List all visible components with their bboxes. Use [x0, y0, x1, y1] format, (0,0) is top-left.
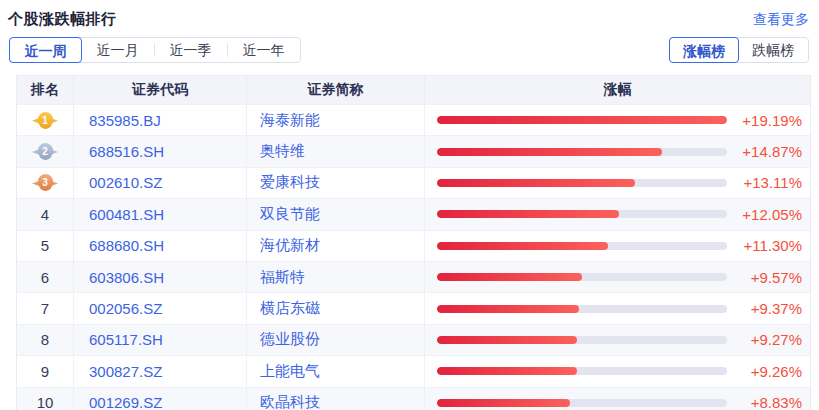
change-bar-fill — [437, 179, 635, 187]
stock-name[interactable]: 欧晶科技 — [247, 388, 425, 410]
bronze-medal-icon: 3 — [31, 173, 59, 192]
column-header-code: 证券代码 — [74, 76, 247, 104]
table-row[interactable]: 8 605117.SH 德业股份 +9.27% — [17, 324, 810, 355]
table-row[interactable]: 4 600481.SH 双良节能 +12.05% — [17, 198, 810, 229]
tab-period-quarter[interactable]: 近一季 — [154, 38, 227, 62]
table-row[interactable]: 2 688516.SH 奥特维 +14.87% — [17, 135, 810, 166]
stock-name[interactable]: 上能电气 — [247, 356, 425, 386]
change-cell: +9.57% — [425, 262, 810, 292]
rank-cell: 6 — [17, 262, 74, 292]
change-value: +12.05% — [742, 206, 802, 223]
filter-bar: 近一周 近一月 近一季 近一年 涨幅榜 跌幅榜 — [9, 37, 809, 63]
change-bar-track — [437, 336, 727, 344]
change-value: +19.19% — [742, 112, 802, 129]
change-bar-track — [437, 242, 727, 250]
change-value: +9.37% — [744, 300, 802, 317]
change-value: +9.57% — [744, 269, 802, 286]
change-cell: +19.19% — [425, 105, 810, 135]
change-bar-fill — [437, 148, 662, 156]
period-tab-group: 近一周 近一月 近一季 近一年 — [9, 37, 301, 63]
table-body: 1 835985.BJ 海泰新能 +19.19% 2 688516.SH 奥特维… — [17, 104, 810, 410]
ranking-table: 排名 证券代码 证券简称 涨幅 1 835985.BJ 海泰新能 +19.19%… — [16, 75, 811, 410]
rank-cell: 4 — [17, 199, 74, 229]
view-more-link[interactable]: 查看更多 — [753, 11, 809, 29]
stock-name[interactable]: 海优新材 — [247, 231, 425, 261]
stock-name[interactable]: 横店东磁 — [247, 293, 425, 323]
stock-name[interactable]: 奥特维 — [247, 136, 425, 166]
change-bar-track — [437, 148, 727, 156]
stock-code[interactable]: 001269.SZ — [74, 388, 247, 410]
change-bar-fill — [437, 305, 579, 313]
rank-cell: 3 — [17, 168, 74, 198]
table-row[interactable]: 6 603806.SH 福斯特 +9.57% — [17, 261, 810, 292]
change-bar-track — [437, 399, 727, 407]
change-cell: +14.87% — [425, 136, 810, 166]
change-cell: +9.26% — [425, 356, 810, 386]
column-header-name: 证券简称 — [247, 76, 425, 104]
silver-medal-icon: 2 — [31, 142, 59, 161]
stock-name[interactable]: 海泰新能 — [247, 105, 425, 135]
change-bar-fill — [437, 116, 727, 124]
change-value: +8.83% — [744, 394, 802, 410]
stock-name[interactable]: 双良节能 — [247, 199, 425, 229]
change-bar-track — [437, 210, 727, 218]
stock-code[interactable]: 605117.SH — [74, 325, 247, 355]
tab-period-month[interactable]: 近一月 — [81, 38, 154, 62]
change-value: +9.26% — [744, 363, 802, 380]
tab-losers-board[interactable]: 跌幅榜 — [738, 38, 808, 62]
stock-ranking-panel: 个股涨跌幅排行 查看更多 近一周 近一月 近一季 近一年 涨幅榜 跌幅榜 排名 … — [0, 0, 819, 410]
stock-code[interactable]: 688516.SH — [74, 136, 247, 166]
change-cell: +11.30% — [425, 231, 810, 261]
change-bar-track — [437, 116, 727, 124]
stock-code[interactable]: 600481.SH — [74, 199, 247, 229]
column-header-change: 涨幅 — [425, 76, 810, 104]
change-value: +13.11% — [743, 174, 802, 191]
stock-name[interactable]: 福斯特 — [247, 262, 425, 292]
page-title: 个股涨跌幅排行 — [8, 10, 117, 29]
table-row[interactable]: 9 300827.SZ 上能电气 +9.26% — [17, 355, 810, 386]
rank-cell: 1 — [17, 105, 74, 135]
tab-period-week[interactable]: 近一周 — [9, 37, 82, 63]
rank-cell: 2 — [17, 136, 74, 166]
board-tab-group: 涨幅榜 跌幅榜 — [669, 37, 809, 63]
change-value: +11.30% — [743, 237, 802, 254]
stock-name[interactable]: 德业股份 — [247, 325, 425, 355]
change-bar-fill — [437, 399, 570, 407]
change-cell: +8.83% — [425, 388, 810, 410]
table-header-row: 排名 证券代码 证券简称 涨幅 — [17, 76, 810, 104]
change-bar-track — [437, 179, 727, 187]
change-cell: +9.37% — [425, 293, 810, 323]
rank-cell: 5 — [17, 231, 74, 261]
table-row[interactable]: 7 002056.SZ 横店东磁 +9.37% — [17, 292, 810, 323]
rank-cell: 10 — [17, 388, 74, 410]
change-bar-track — [437, 305, 727, 313]
change-cell: +9.27% — [425, 325, 810, 355]
stock-code[interactable]: 300827.SZ — [74, 356, 247, 386]
table-row[interactable]: 1 835985.BJ 海泰新能 +19.19% — [17, 104, 810, 135]
change-bar-fill — [437, 367, 577, 375]
column-header-rank: 排名 — [17, 76, 74, 104]
tab-period-year[interactable]: 近一年 — [227, 38, 300, 62]
table-row[interactable]: 10 001269.SZ 欧晶科技 +8.83% — [17, 387, 810, 410]
rank-cell: 7 — [17, 293, 74, 323]
tab-gainers-board[interactable]: 涨幅榜 — [669, 37, 739, 63]
stock-code[interactable]: 002056.SZ — [74, 293, 247, 323]
change-bar-fill — [437, 273, 582, 281]
panel-header: 个股涨跌幅排行 查看更多 — [0, 0, 819, 29]
stock-code[interactable]: 835985.BJ — [74, 105, 247, 135]
table-row[interactable]: 3 002610.SZ 爱康科技 +13.11% — [17, 167, 810, 198]
rank-cell: 9 — [17, 356, 74, 386]
change-value: +14.87% — [742, 143, 802, 160]
stock-code[interactable]: 688680.SH — [74, 231, 247, 261]
change-bar-fill — [437, 242, 608, 250]
table-row[interactable]: 5 688680.SH 海优新材 +11.30% — [17, 230, 810, 261]
gold-medal-icon: 1 — [31, 111, 59, 130]
stock-code[interactable]: 603806.SH — [74, 262, 247, 292]
rank-cell: 8 — [17, 325, 74, 355]
stock-code[interactable]: 002610.SZ — [74, 168, 247, 198]
change-bar-fill — [437, 336, 577, 344]
stock-name[interactable]: 爱康科技 — [247, 168, 425, 198]
change-value: +9.27% — [744, 331, 802, 348]
change-bar-fill — [437, 210, 619, 218]
change-bar-track — [437, 273, 727, 281]
